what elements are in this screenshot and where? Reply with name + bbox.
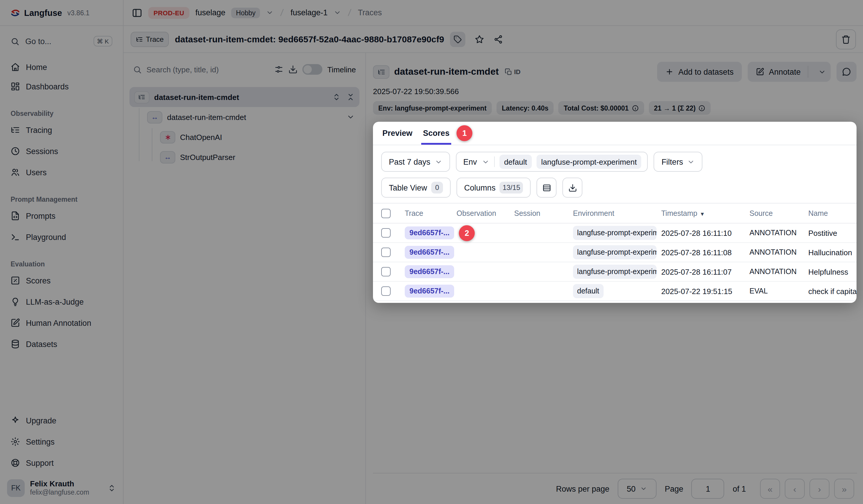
sidebar-item-playground[interactable]: Playground [5, 228, 118, 246]
app-logo[interactable]: Langfuse v3.86.1 [0, 0, 123, 26]
sidebar-section-observability: Observability [0, 110, 123, 117]
sidebar-item-label: Upgrade [26, 416, 57, 425]
table-row[interactable]: 9ed6657f-... 2 langfuse-prompt-experim 2… [373, 224, 856, 243]
tab-scores[interactable]: Scores [423, 122, 449, 145]
tab-preview[interactable]: Preview [383, 122, 412, 145]
delete-trace-button[interactable] [836, 29, 856, 49]
row-checkbox[interactable] [381, 248, 391, 257]
page-input[interactable] [691, 479, 724, 499]
sidebar-item-label: Sessions [26, 147, 58, 155]
scores-table-header: Trace Observation Session Environment Ti… [373, 203, 856, 224]
tag-button[interactable] [450, 32, 465, 47]
fold-all-icon[interactable] [347, 93, 355, 101]
trace-id-link[interactable]: 9ed6657f-... [405, 226, 454, 239]
column-header-timestamp[interactable]: Timestamp▼ [661, 209, 749, 217]
environment-chip: langfuse-prompt-experim [573, 265, 656, 279]
sidebar-item-upgrade[interactable]: Upgrade [5, 412, 118, 429]
filters-button[interactable]: Filters [654, 152, 703, 172]
tree-node-span[interactable]: ↔ dataset-run-item-cmdet [142, 107, 360, 127]
row-checkbox[interactable] [381, 267, 391, 276]
download-icon[interactable] [289, 65, 298, 74]
row-checkbox[interactable] [381, 286, 391, 296]
rows-per-page-select[interactable]: 50 [618, 479, 656, 499]
user-menu[interactable]: FK Felix Krauth felix@langfuse.com [7, 479, 116, 497]
first-page-button[interactable]: « [760, 479, 780, 499]
comments-button[interactable] [837, 62, 856, 82]
row-checkbox[interactable] [381, 228, 391, 238]
columns-button[interactable]: Columns 13/15 [456, 178, 531, 198]
trace-id-link[interactable]: 9ed6657f-... [405, 246, 454, 259]
table-view-button[interactable]: Table View 0 [381, 178, 451, 198]
trace-id-link[interactable]: 9ed6657f-... [405, 265, 454, 278]
avatar: FK [7, 479, 25, 497]
chevron-down-icon[interactable] [347, 113, 355, 121]
home-icon [11, 62, 20, 72]
sidebar-item-sessions[interactable]: Sessions [5, 142, 118, 160]
column-header-environment[interactable]: Environment [573, 209, 661, 217]
column-header-session[interactable]: Session [514, 209, 573, 217]
sidebar-item-llm-judge[interactable]: LLM-as-a-Judge [5, 293, 118, 311]
tree-search-input[interactable] [147, 65, 270, 74]
sidebar-item-dashboards[interactable]: Dashboards [5, 78, 118, 95]
add-to-datasets-button[interactable]: Add to datasets [657, 62, 742, 82]
star-icon[interactable] [475, 34, 484, 44]
last-page-button[interactable]: » [834, 479, 854, 499]
tree-node-generation[interactable]: ChatOpenAI [155, 127, 360, 147]
sidebar-item-support[interactable]: Support [5, 454, 118, 472]
env-filter[interactable]: Env default langfuse-prompt-experiment [455, 152, 648, 172]
chevron-down-icon [818, 68, 826, 76]
sliders-icon[interactable] [274, 65, 284, 74]
tree-node-span[interactable]: ↔ StrOutputParser [155, 147, 360, 167]
rows-per-page-value: 50 [627, 484, 636, 493]
sidebar-item-home[interactable]: Home [5, 58, 118, 76]
sidebar-item-label: Home [26, 63, 47, 72]
sidebar-item-prompts[interactable]: Prompts [5, 207, 118, 225]
breadcrumb-bar: PROD-EU fuselage Hobby / fuselage-1 / Tr… [124, 0, 863, 26]
tokens-badge: 21 → 1 (Σ 22) [649, 101, 711, 115]
timeline-toggle[interactable] [303, 64, 323, 75]
id-label: ID [514, 68, 521, 75]
row-height-button[interactable] [537, 178, 557, 198]
sidebar-item-settings[interactable]: Settings [5, 433, 118, 451]
select-all-checkbox[interactable] [381, 209, 391, 218]
sidebar-item-users[interactable]: Users [5, 163, 118, 181]
breadcrumb-project[interactable]: fuselage-1 [291, 8, 328, 17]
annotate-dropdown[interactable] [813, 62, 831, 82]
sidebar-item-human-annotation[interactable]: Human Annotation [5, 314, 118, 332]
unfold-all-icon[interactable] [333, 93, 341, 101]
trace-type-label: Trace [146, 35, 164, 43]
observation-tree: dataset-run-item-cmdet ↔ dataset-run-ite… [129, 87, 360, 167]
copy-id[interactable]: ID [505, 68, 521, 76]
prev-page-button[interactable]: ‹ [785, 479, 805, 499]
table-row[interactable]: 9ed6657f-... langfuse-prompt-experim 202… [373, 262, 856, 282]
date-range-filter[interactable]: Past 7 days [381, 152, 450, 172]
breadcrumb-org[interactable]: fuselage [195, 8, 225, 17]
sidebar-item-tracing[interactable]: Tracing [5, 121, 118, 139]
columns-label: Columns [464, 183, 496, 192]
share-icon[interactable] [493, 34, 503, 44]
goto-search[interactable]: Go to... ⌘ K [5, 32, 118, 51]
table-row[interactable]: 9ed6657f-... langfuse-prompt-experim 202… [373, 243, 856, 262]
chevron-down-icon[interactable] [334, 9, 341, 16]
export-button[interactable] [563, 178, 583, 198]
info-icon [631, 104, 639, 111]
tree-node-root[interactable]: dataset-run-item-cmdet [129, 87, 360, 107]
next-page-button[interactable]: › [810, 479, 829, 499]
sidebar-item-scores[interactable]: Scores [5, 272, 118, 289]
cost-badge: Total Cost: $0.00001 [559, 101, 644, 115]
trace-cell: 9ed6657f-... [405, 246, 456, 259]
copy-icon [505, 68, 512, 76]
column-header-name[interactable]: Name [808, 209, 856, 217]
annotate-button[interactable]: Annotate [748, 62, 831, 82]
name-cell: Hallucination [808, 248, 856, 257]
detail-pane: dataset-run-item-cmdet ID Add to dataset… [366, 53, 863, 504]
chevron-down-icon [640, 485, 647, 492]
column-header-source[interactable]: Source [749, 209, 808, 217]
column-header-trace[interactable]: Trace [405, 209, 456, 217]
column-header-observation[interactable]: Observation [456, 209, 514, 217]
trace-id-link[interactable]: 9ed6657f-... [405, 285, 454, 298]
sidebar-item-datasets[interactable]: Datasets [5, 335, 118, 353]
chevron-down-icon[interactable] [266, 9, 274, 16]
panel-left-icon[interactable] [132, 7, 142, 18]
table-row[interactable]: 9ed6657f-... default 2025-07-22 19:51:15… [373, 282, 856, 301]
